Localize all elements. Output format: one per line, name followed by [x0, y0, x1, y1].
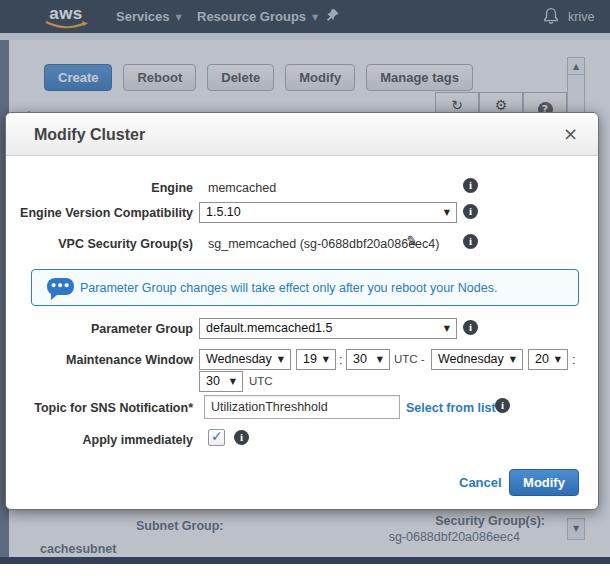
modify-cluster-modal: Modify Cluster × Engine memcached Engine… — [5, 112, 599, 510]
vpc-security-group-info-icon[interactable] — [463, 234, 478, 249]
apply-immediately-label: Apply immediately — [6, 433, 193, 447]
apply-immediately-checkbox[interactable] — [208, 429, 225, 446]
utc-label: UTC — [249, 375, 273, 387]
maintenance-end-minute-select[interactable]: 30 — [199, 371, 243, 392]
speech-bubble-icon: ●●● — [47, 278, 74, 295]
parameter-group-select[interactable]: default.memcached1.5 — [199, 318, 457, 339]
maintenance-start-minute-select[interactable]: 30 — [346, 349, 390, 370]
engine-value: memcached — [208, 181, 276, 195]
select-from-list-link[interactable]: Select from list — [406, 401, 496, 415]
engine-info-icon[interactable] — [463, 178, 478, 193]
maintenance-window-label: Maintenance Window — [6, 353, 193, 367]
parameter-group-info-icon[interactable] — [463, 320, 478, 335]
engine-version-label: Engine Version Compatibility — [6, 206, 193, 220]
modal-title: Modify Cluster — [34, 126, 145, 144]
modify-submit-button[interactable]: Modify — [509, 469, 579, 496]
notice-text: Parameter Group changes will take effect… — [80, 281, 497, 295]
sns-topic-info-icon[interactable] — [495, 398, 510, 413]
cancel-button[interactable]: Cancel — [459, 475, 502, 490]
modal-header: Modify Cluster × — [6, 113, 598, 156]
parameter-group-label: Parameter Group — [6, 322, 193, 336]
maintenance-end-hour-select[interactable]: 20 — [528, 349, 568, 370]
engine-label: Engine — [6, 181, 193, 195]
sns-topic-label: Topic for SNS Notification* — [6, 401, 193, 415]
screen: aws Services▼ Resource Groups▼ krive ▶ C… — [0, 0, 610, 576]
maintenance-end-day-select[interactable]: Wednesday — [431, 349, 523, 370]
apply-immediately-info-icon[interactable] — [234, 430, 249, 445]
colon-separator: : — [339, 353, 342, 367]
maintenance-start-hour-select[interactable]: 19 — [296, 349, 336, 370]
sns-topic-input[interactable] — [204, 395, 400, 419]
notice-banner: ●●● Parameter Group changes will take ef… — [31, 269, 579, 306]
engine-version-info-icon[interactable] — [463, 204, 478, 219]
maintenance-start-day-select[interactable]: Wednesday — [199, 349, 291, 370]
engine-version-select[interactable]: 1.5.10 — [199, 202, 457, 223]
close-icon[interactable]: × — [563, 123, 578, 144]
vpc-security-group-label: VPC Security Group(s) — [6, 237, 193, 251]
utc-dash-separator: UTC - — [394, 353, 425, 365]
colon-separator: : — [572, 353, 575, 367]
